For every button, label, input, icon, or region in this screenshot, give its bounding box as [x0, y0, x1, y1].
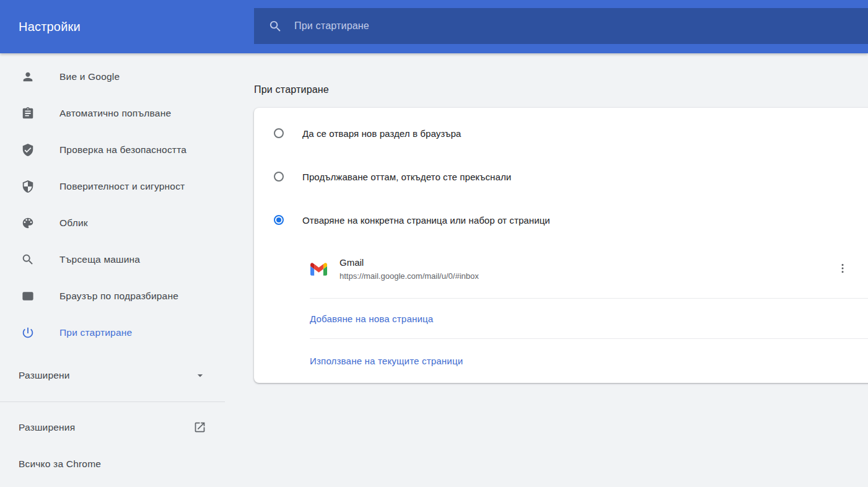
chevron-down-icon: [194, 369, 206, 382]
sidebar-item-default-browser[interactable]: Браузър по подразбиране: [0, 278, 225, 314]
radio-option-continue[interactable]: Продължаване оттам, откъдето сте прекъсн…: [254, 155, 868, 198]
about-label: Всичко за Chrome: [19, 458, 101, 470]
content: Вие и Google Автоматично попълване Прове…: [0, 53, 868, 487]
sidebar-item-label: Браузър по подразбиране: [59, 291, 178, 302]
sidebar-item-search-engine[interactable]: Търсеща машина: [0, 241, 225, 278]
sidebar-advanced-toggle[interactable]: Разширени: [0, 357, 225, 393]
sidebar-item-privacy-security[interactable]: Поверителност и сигурност: [0, 168, 225, 204]
startup-page-url: https://mail.google.com/mail/u/0/#inbox: [340, 271, 479, 281]
shield-check-icon: [21, 143, 35, 157]
sidebar-item-on-startup[interactable]: При стартиране: [0, 314, 225, 351]
sidebar-item-label: Проверка на безопасността: [59, 144, 186, 156]
startup-page-row[interactable]: Gmail https://mail.google.com/mail/u/0/#…: [254, 247, 868, 291]
sidebar-item-appearance[interactable]: Облик: [0, 204, 225, 241]
security-shield-icon: [21, 180, 35, 193]
startup-page-title: Gmail: [340, 257, 479, 268]
startup-page-info: Gmail https://mail.google.com/mail/u/0/#…: [340, 257, 479, 281]
radio-option-specific-pages[interactable]: Отваряне на конкретна страница или набор…: [254, 198, 868, 242]
sidebar-item-label: Автоматично попълване: [59, 108, 171, 119]
radio-button-selected[interactable]: [274, 215, 284, 225]
main-content: При стартиране Да се отваря нов раздел в…: [225, 53, 868, 487]
more-options-button[interactable]: [830, 257, 855, 281]
browser-window-icon: [21, 289, 35, 303]
sidebar: Вие и Google Автоматично попълване Прове…: [0, 53, 225, 487]
search-input[interactable]: [294, 20, 868, 32]
sidebar-item-label: Облик: [59, 217, 88, 229]
sidebar-item-safety-check[interactable]: Проверка на безопасността: [0, 131, 225, 168]
header: Настройки: [0, 0, 868, 53]
sidebar-item-about-chrome[interactable]: Всичко за Chrome: [0, 445, 225, 482]
search-icon: [21, 253, 35, 266]
extensions-label: Разширения: [19, 422, 75, 433]
section-title: При стартиране: [254, 84, 868, 95]
gmail-icon: [310, 263, 327, 276]
radio-option-new-tab[interactable]: Да се отваря нов раздел в браузъра: [254, 112, 868, 155]
sidebar-item-autofill[interactable]: Автоматично попълване: [0, 95, 225, 131]
power-icon: [21, 326, 35, 340]
use-current-pages-label: Използване на текущите страници: [310, 356, 463, 366]
sidebar-item-label: Търсеща машина: [59, 254, 140, 265]
advanced-label: Разширени: [19, 370, 70, 381]
person-icon: [21, 70, 35, 84]
sidebar-item-you-and-google[interactable]: Вие и Google: [0, 58, 225, 95]
sidebar-item-label: Вие и Google: [59, 71, 120, 82]
sidebar-item-extensions[interactable]: Разширения: [0, 409, 225, 445]
on-startup-card: Да се отваря нов раздел в браузъра Продъ…: [254, 108, 868, 383]
settings-search-bar[interactable]: [254, 8, 868, 44]
palette-icon: [21, 216, 35, 230]
radio-button[interactable]: [274, 128, 284, 138]
sidebar-item-label: Поверителност и сигурност: [59, 181, 185, 192]
option-label: Продължаване оттам, откъдето сте прекъсн…: [302, 172, 511, 182]
clipboard-icon: [21, 107, 35, 120]
radio-button[interactable]: [274, 172, 284, 182]
search-icon: [268, 19, 283, 33]
option-label: Да се отваря нов раздел в браузъра: [302, 128, 461, 139]
option-label: Отваряне на конкретна страница или набор…: [302, 215, 550, 226]
sidebar-divider: [0, 401, 225, 402]
sidebar-item-label: При стартиране: [59, 327, 132, 338]
external-link-icon: [193, 421, 206, 434]
page-title: Настройки: [19, 20, 81, 34]
use-current-pages-button[interactable]: Използване на текущите страници: [254, 339, 868, 382]
add-page-label: Добавяне на нова страница: [310, 314, 433, 324]
add-page-button[interactable]: Добавяне на нова страница: [254, 299, 868, 338]
kebab-menu-icon: [837, 263, 848, 276]
